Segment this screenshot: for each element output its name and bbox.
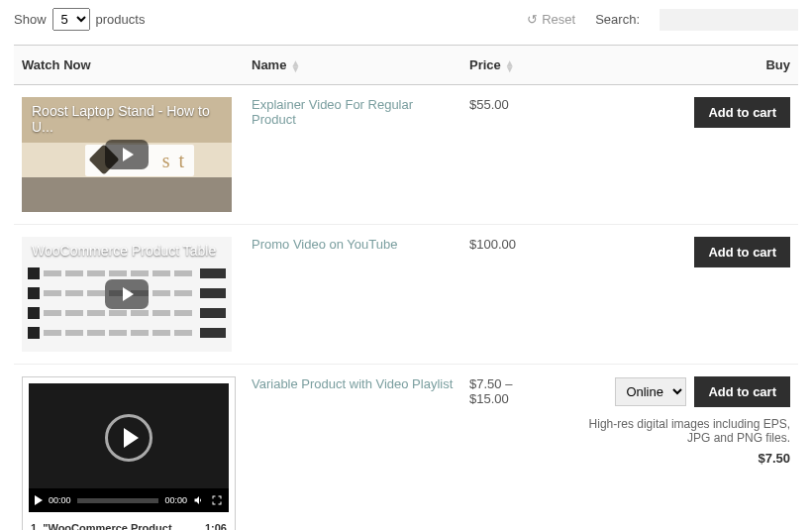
sort-icon: ▲▼ xyxy=(290,60,300,72)
price: $7.50 – $15.00 xyxy=(469,376,512,406)
video-controls: 00:00 00:00 xyxy=(29,488,229,512)
col-price[interactable]: Price▲▼ xyxy=(461,46,560,85)
sort-icon: ▲▼ xyxy=(505,60,515,72)
thumb-title: WooCommerce Product Table xyxy=(32,243,222,259)
search-label: Search: xyxy=(595,12,640,27)
products-label: products xyxy=(96,12,146,27)
reset-label: Reset xyxy=(542,12,575,27)
thumb-title: Roost Laptop Stand - How to U... xyxy=(32,103,222,135)
video-area[interactable]: 00:00 00:00 xyxy=(29,383,229,512)
product-table: Watch Now Name▲▼ Price▲▼ Buy s t Roost L… xyxy=(14,45,798,530)
time-duration: 00:00 xyxy=(164,495,187,505)
add-to-cart-button[interactable]: Add to cart xyxy=(694,237,790,267)
fullscreen-icon[interactable] xyxy=(211,494,223,506)
variant-price: $7.50 xyxy=(568,451,790,466)
table-row: s t Roost Laptop Stand - How to U... Exp… xyxy=(14,85,798,225)
table-row: 00:00 00:00 1. "WooCommerce Product Tabl… xyxy=(14,365,798,531)
progress-bar[interactable] xyxy=(77,498,159,503)
play-icon xyxy=(105,414,152,462)
search-input[interactable] xyxy=(660,9,798,31)
product-name-link[interactable]: Explainer Video For Regular Product xyxy=(252,97,413,127)
page-size-select[interactable]: 5 xyxy=(52,8,90,31)
video-player: 00:00 00:00 1. "WooCommerce Product Tabl… xyxy=(22,376,236,530)
product-description: High-res digital images including EPS, J… xyxy=(568,417,790,445)
add-to-cart-button[interactable]: Add to cart xyxy=(694,97,790,128)
product-name-link[interactable]: Variable Product with Video Playlist xyxy=(252,376,453,391)
reset-button[interactable]: ↺ Reset xyxy=(527,12,575,27)
volume-icon[interactable] xyxy=(193,494,205,506)
col-name[interactable]: Name▲▼ xyxy=(244,46,461,85)
video-thumbnail[interactable]: WooCommerce Product Table xyxy=(22,237,232,352)
variant-select[interactable]: Online xyxy=(615,377,686,406)
table-row: WooCommerce Product Table Promo Video on… xyxy=(14,225,798,365)
playlist-item[interactable]: 1. "WooCommerce Product Table"1:06 xyxy=(23,518,235,530)
product-name-link[interactable]: Promo Video on YouTube xyxy=(252,237,397,252)
play-icon xyxy=(105,279,149,309)
col-watch[interactable]: Watch Now xyxy=(14,46,244,85)
show-label: Show xyxy=(14,12,47,27)
price: $55.00 xyxy=(469,97,509,112)
col-buy: Buy xyxy=(560,46,798,85)
price: $100.00 xyxy=(469,237,516,252)
play-button-icon[interactable] xyxy=(35,495,43,505)
play-icon xyxy=(105,140,149,169)
undo-icon: ↺ xyxy=(527,12,538,27)
toolbar: Show 5 products ↺ Reset Search: xyxy=(14,8,798,31)
add-to-cart-button[interactable]: Add to cart xyxy=(694,376,790,407)
video-thumbnail[interactable]: s t Roost Laptop Stand - How to U... xyxy=(22,97,232,212)
playlist: 1. "WooCommerce Product Table"1:06 2. "I… xyxy=(23,518,235,530)
time-current: 00:00 xyxy=(49,495,71,505)
